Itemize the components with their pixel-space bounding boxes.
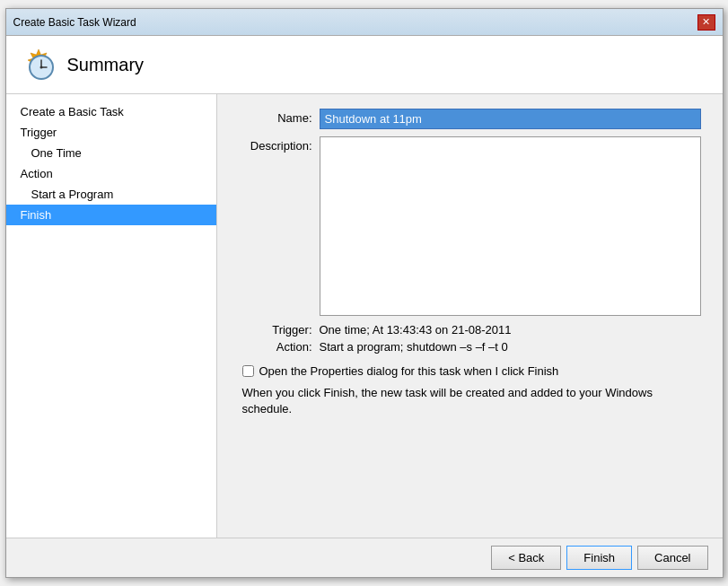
cancel-button[interactable]: Cancel (637, 546, 707, 570)
sidebar-item-trigger[interactable]: Trigger (6, 122, 216, 143)
action-label: Action: (239, 340, 320, 354)
action-value: Start a program; shutdown –s –f –t 0 (320, 340, 701, 354)
svg-point-4 (39, 66, 42, 69)
footer-area: < Back Finish Cancel (6, 538, 723, 577)
description-textarea[interactable] (320, 136, 701, 316)
sidebar-item-action[interactable]: Action (6, 163, 216, 184)
note-text: When you click Finish, the new task will… (239, 385, 701, 417)
sidebar-item-finish[interactable]: Finish (6, 205, 216, 225)
sidebar-item-one-time[interactable]: One Time (6, 143, 216, 163)
finish-button[interactable]: Finish (566, 546, 632, 570)
window-title: Create Basic Task Wizard (13, 16, 136, 29)
sidebar: Create a Basic Task Trigger One Time Act… (6, 94, 217, 538)
back-button[interactable]: < Back (491, 546, 561, 570)
main-area: Create a Basic Task Trigger One Time Act… (6, 94, 723, 538)
header-area: Summary (6, 36, 723, 94)
sidebar-item-start-program[interactable]: Start a Program (6, 184, 216, 205)
title-bar: Create Basic Task Wizard ✕ (6, 9, 723, 36)
action-row: Action: Start a program; shutdown –s –f … (239, 340, 701, 354)
header-icon (21, 47, 57, 83)
trigger-row: Trigger: One time; At 13:43:43 on 21-08-… (239, 323, 701, 337)
window-content: Summary Create a Basic Task Trigger One … (6, 36, 723, 577)
sidebar-item-create-basic-task[interactable]: Create a Basic Task (6, 101, 216, 122)
name-row: Name: (239, 109, 701, 129)
wizard-window: Create Basic Task Wizard ✕ Summa (5, 8, 724, 578)
properties-checkbox[interactable] (242, 365, 254, 377)
trigger-value: One time; At 13:43:43 on 21-08-2011 (320, 323, 701, 337)
name-input[interactable] (320, 109, 701, 129)
checkbox-label: Open the Properties dialog for this task… (259, 364, 701, 378)
name-label: Name: (239, 109, 320, 125)
description-row: Description: (239, 136, 701, 316)
properties-checkbox-row: Open the Properties dialog for this task… (239, 364, 701, 378)
trigger-label: Trigger: (239, 323, 320, 337)
close-button[interactable]: ✕ (697, 14, 715, 31)
page-title: Summary (67, 55, 145, 75)
content-area: Name: Description: Trigger: One time; At… (217, 94, 723, 538)
task-clock-icon (22, 48, 56, 82)
title-bar-controls: ✕ (697, 14, 715, 31)
description-label: Description: (239, 136, 320, 153)
